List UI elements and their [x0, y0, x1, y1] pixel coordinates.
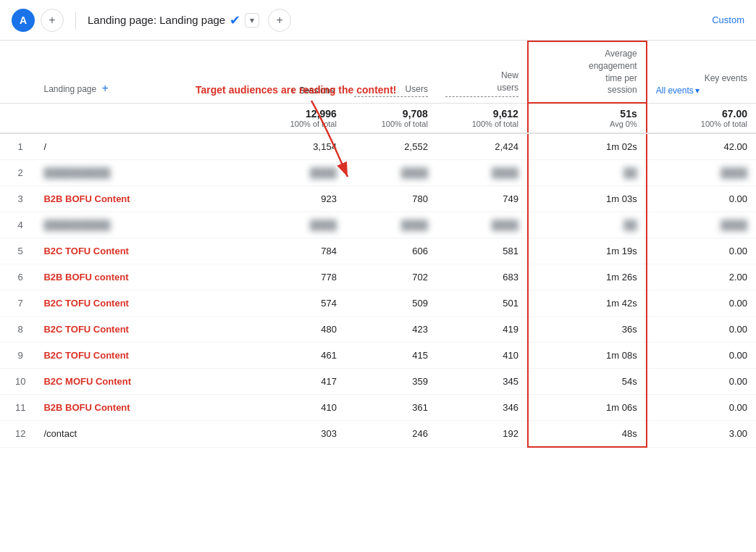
row-landing[interactable]: B2C TOFU Content [35, 317, 245, 343]
row-users: 2,552 [345, 133, 437, 160]
row-sessions: 303 [245, 421, 345, 448]
row-landing[interactable]: B2C MOFU Content [35, 369, 245, 395]
row-landing[interactable]: B2C TOFU Content [35, 343, 245, 369]
row-sessions: 461 [245, 343, 345, 369]
col-header-new-users: New users [437, 41, 528, 103]
row-avg-engagement: 1m 02s [528, 133, 647, 160]
row-new-users: 501 [437, 290, 528, 317]
table-header-row: Landing page + ↓ Sessions Users New user… [0, 41, 756, 103]
check-icon: ✔ [230, 12, 240, 28]
row-index: 7 [0, 290, 35, 317]
divider [75, 12, 76, 29]
row-avg-engagement: 1m 19s [528, 238, 647, 264]
row-users: 359 [345, 369, 437, 395]
col-header-index [0, 41, 35, 103]
row-users: 423 [345, 317, 437, 343]
row-users: 246 [345, 421, 437, 448]
row-index: 8 [0, 317, 35, 343]
row-avg-engagement: 1m 42s [528, 290, 647, 317]
row-new-users: 581 [437, 238, 528, 264]
table-row: 9 B2C TOFU Content 461 415 410 1m 08s 0.… [0, 343, 756, 369]
row-index: 6 [0, 264, 35, 290]
row-index: 1 [0, 133, 35, 160]
summary-row: 12,996 100% of total 9,708 100% of total… [0, 103, 756, 133]
row-landing[interactable]: B2C TOFU Content [35, 238, 245, 264]
row-index: 5 [0, 238, 35, 264]
col-header-avg-engagement: Average engagement time per session [528, 41, 647, 103]
row-users: ████ [345, 160, 437, 186]
row-new-users: 2,424 [437, 133, 528, 160]
summary-sessions: 12,996 100% of total [245, 103, 345, 133]
col-header-key-events: Key events All events ▾ [647, 41, 756, 103]
row-sessions: 417 [245, 369, 345, 395]
table-row: 3 B2B BOFU Content 923 780 749 1m 03s 0.… [0, 186, 756, 212]
row-index: 12 [0, 421, 35, 448]
row-avg-engagement: ██ [528, 160, 647, 186]
row-sessions: 778 [245, 264, 345, 290]
row-key-events: 0.00 [647, 369, 756, 395]
row-index: 3 [0, 186, 35, 212]
key-events-dropdown[interactable]: All events ▾ [656, 85, 747, 97]
row-users: 509 [345, 290, 437, 317]
dropdown-icon: ▾ [695, 85, 700, 97]
data-table: Landing page + ↓ Sessions Users New user… [0, 41, 756, 448]
row-new-users: 345 [437, 369, 528, 395]
row-sessions: 923 [245, 186, 345, 212]
row-users: 702 [345, 264, 437, 290]
row-landing: /contact [35, 421, 245, 448]
table-row: 6 B2B BOFU content 778 702 683 1m 26s 2.… [0, 264, 756, 290]
summary-index [0, 103, 35, 133]
summary-landing [35, 103, 245, 133]
summary-key-events: 67.00 100% of total [647, 103, 756, 133]
row-sessions: 480 [245, 317, 345, 343]
row-users: 415 [345, 343, 437, 369]
row-key-events: ████ [647, 160, 756, 186]
title-dropdown-button[interactable]: ▾ [245, 13, 259, 28]
row-index: 4 [0, 212, 35, 238]
row-users: ████ [345, 212, 437, 238]
row-index: 9 [0, 343, 35, 369]
custom-link[interactable]: Custom [712, 14, 744, 25]
row-landing: / [35, 133, 245, 160]
row-avg-engagement: 36s [528, 317, 647, 343]
row-key-events: 3.00 [647, 421, 756, 448]
add-tab-button[interactable]: + [41, 9, 64, 32]
table-row: 12 /contact 303 246 192 48s 3.00 [0, 421, 756, 448]
row-new-users: ████ [437, 212, 528, 238]
table-row: 1 / 3,154 2,552 2,424 1m 02s 42.00 [0, 133, 756, 160]
row-sessions: 574 [245, 290, 345, 317]
row-landing[interactable]: B2B BOFU Content [35, 186, 245, 212]
row-landing[interactable]: B2B BOFU content [35, 264, 245, 290]
row-new-users: 683 [437, 264, 528, 290]
row-landing: ██████████ [35, 160, 245, 186]
col-header-sessions[interactable]: ↓ Sessions [245, 41, 345, 103]
page-title: Landing page: Landing page ✔ ▾ [88, 12, 259, 28]
row-key-events: 0.00 [647, 186, 756, 212]
row-key-events: 0.00 [647, 317, 756, 343]
row-new-users: 749 [437, 186, 528, 212]
row-users: 361 [345, 395, 437, 421]
row-landing[interactable]: B2B BOFU Content [35, 395, 245, 421]
row-avg-engagement: 1m 03s [528, 186, 647, 212]
summary-avg-engagement: 51s Avg 0% [528, 103, 647, 133]
row-landing[interactable]: B2C TOFU Content [35, 290, 245, 317]
row-landing: ██████████ [35, 212, 245, 238]
row-key-events: 0.00 [647, 238, 756, 264]
row-sessions: ████ [245, 212, 345, 238]
row-key-events: ████ [647, 212, 756, 238]
add-column-button[interactable]: + [102, 82, 109, 94]
row-new-users: 410 [437, 343, 528, 369]
row-avg-engagement: 1m 08s [528, 343, 647, 369]
row-sessions: 410 [245, 395, 345, 421]
table-row: 4 ██████████ ████ ████ ████ ██ ████ [0, 212, 756, 238]
avatar: A [12, 9, 35, 32]
row-new-users: 419 [437, 317, 528, 343]
row-sessions: 3,154 [245, 133, 345, 160]
row-key-events: 0.00 [647, 395, 756, 421]
row-users: 606 [345, 238, 437, 264]
row-new-users: ████ [437, 160, 528, 186]
add-page-button[interactable]: + [268, 9, 291, 32]
table-row: 8 B2C TOFU Content 480 423 419 36s 0.00 [0, 317, 756, 343]
row-key-events: 42.00 [647, 133, 756, 160]
table-row: 10 B2C MOFU Content 417 359 345 54s 0.00 [0, 369, 756, 395]
